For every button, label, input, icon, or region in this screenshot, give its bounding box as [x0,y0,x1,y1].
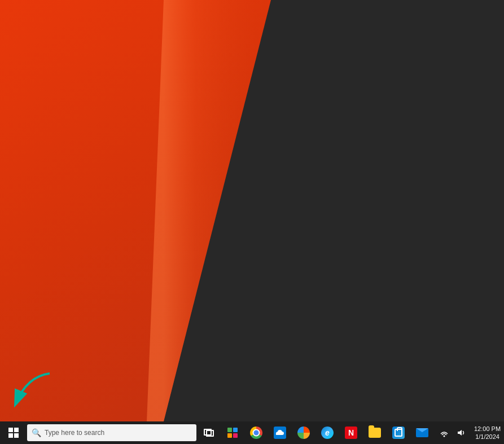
mail-app-icon[interactable] [411,421,433,444]
widgets-icon [227,428,238,438]
taskview-button[interactable] [198,421,220,444]
netflix-icon: N [345,427,357,439]
edge-icon: e [321,427,334,439]
search-bar[interactable]: 🔍 Type here to search [27,424,196,441]
chrome-app-icon[interactable] [245,421,268,444]
clock-time: 12:00 PM [474,425,501,433]
widgets-button[interactable] [221,421,244,444]
clock-date: 1/1/2024 [475,433,499,441]
start-button[interactable] [2,421,25,444]
chrome-icon [250,427,262,439]
desktop [0,0,504,421]
tray-network-icon[interactable] [436,421,453,444]
system-clock[interactable]: 12:00 PM 1/1/2024 [470,421,504,444]
search-icon: 🔍 [32,428,41,437]
edge-app-icon[interactable]: e [316,421,339,444]
photos-app-icon[interactable] [292,421,315,444]
search-placeholder-text: Type here to search [45,429,104,437]
onedrive-icon [274,427,286,439]
folder-icon [369,428,381,438]
svg-point-1 [444,436,445,437]
taskbar: 🔍 Type here to search e N [0,421,504,444]
store-bag-icon [395,429,402,437]
photos-icon [297,427,310,439]
windows-logo-icon [8,428,19,438]
system-tray: 12:00 PM 1/1/2024 [436,421,504,444]
store-app-icon[interactable] [387,421,410,444]
store-icon [392,427,405,439]
wallpaper [0,0,504,421]
taskview-icon [204,429,214,437]
tray-volume-icon[interactable] [453,421,470,444]
onedrive-app-icon[interactable] [269,421,291,444]
netflix-app-icon[interactable]: N [340,421,362,444]
file-explorer-app-icon[interactable] [363,421,386,444]
mail-icon [416,428,428,437]
